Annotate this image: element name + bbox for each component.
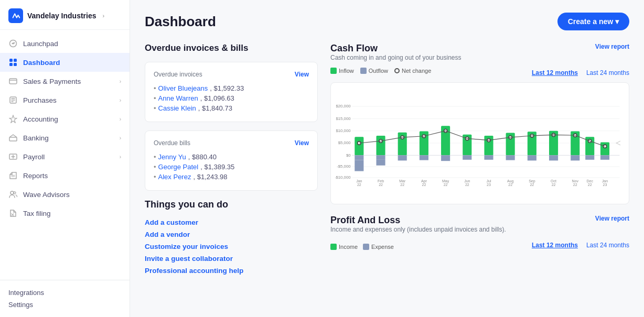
svg-rect-47 bbox=[484, 155, 493, 160]
dashboard-icon bbox=[8, 58, 18, 67]
svg-text:23: 23 bbox=[603, 183, 607, 187]
legend-inflow: Inflow bbox=[330, 68, 354, 74]
invoice-amount-2: , $1,096.63 bbox=[200, 94, 234, 102]
payroll-icon bbox=[8, 152, 18, 161]
sidebar-item-launchpad[interactable]: Launchpad bbox=[0, 34, 130, 53]
sidebar-item-banking[interactable]: Banking › bbox=[0, 128, 130, 147]
cash-flow-svg: $20,000 $15,000 $10,000 $5,000 $0 -$5,00… bbox=[335, 88, 620, 198]
profit-loss-view-report[interactable]: View report bbox=[595, 215, 629, 222]
profit-loss-meta: Profit And Loss Income and expenses only… bbox=[330, 215, 595, 237]
svg-rect-50 bbox=[506, 155, 515, 160]
profit-loss-header: Profit And Loss Income and expenses only… bbox=[330, 215, 629, 237]
cash-flow-title-group: Cash Flow Cash coming in and going out o… bbox=[330, 43, 461, 65]
profit-loss-section: Profit And Loss Income and expenses only… bbox=[330, 215, 629, 250]
svg-text:22: 22 bbox=[400, 183, 404, 187]
invoice-name-2[interactable]: Anne Warren bbox=[158, 94, 198, 102]
banking-icon bbox=[8, 133, 18, 143]
svg-text:-$5,000: -$5,000 bbox=[337, 164, 351, 169]
sidebar-item-reports[interactable]: Reports bbox=[0, 166, 130, 185]
sidebar-item-accounting[interactable]: Accounting › bbox=[0, 110, 130, 128]
invoice-name-1[interactable]: Oliver Bluejeans bbox=[158, 84, 208, 92]
cash-flow-controls: Inflow Outflow Net change Last 12 months bbox=[330, 68, 629, 78]
accounting-label: Accounting bbox=[23, 115, 58, 123]
page-title: Dashboard bbox=[145, 14, 216, 30]
svg-rect-8 bbox=[9, 137, 17, 141]
bill-item-1: • Jenny Yu , $880.40 bbox=[154, 152, 309, 162]
svg-text:22: 22 bbox=[379, 183, 383, 187]
left-column: Overdue invoices & bills Overdue invoice… bbox=[145, 43, 318, 277]
income-dot bbox=[330, 244, 337, 250]
sales-chevron-icon: › bbox=[120, 79, 121, 84]
company-logo[interactable]: Vandelay Industries › bbox=[0, 0, 130, 30]
svg-rect-56 bbox=[549, 155, 558, 160]
cash-flow-period-buttons: Last 12 months Last 24 months bbox=[532, 69, 629, 76]
invoice-amount-3: , $1,840.73 bbox=[198, 104, 232, 112]
sidebar-item-dashboard[interactable]: Dashboard bbox=[0, 53, 130, 72]
sidebar-item-payroll[interactable]: Payroll › bbox=[0, 147, 130, 166]
svg-rect-26 bbox=[355, 137, 363, 155]
company-name: Vandelay Industries bbox=[27, 12, 96, 20]
invoice-name-3[interactable]: Cassie Klein bbox=[158, 104, 196, 112]
cash-flow-12-months-btn[interactable]: Last 12 months bbox=[532, 69, 578, 76]
integrations-link[interactable]: Integrations bbox=[8, 287, 121, 299]
page-header: Dashboard Create a new ▾ bbox=[145, 13, 629, 30]
svg-text:23: 23 bbox=[487, 183, 491, 187]
action-customize-invoices[interactable]: Customize your invoices bbox=[145, 241, 318, 253]
profit-loss-title: Profit And Loss bbox=[330, 215, 595, 226]
sidebar-item-tax-filing[interactable]: Tax filing bbox=[0, 204, 130, 223]
svg-text:22: 22 bbox=[573, 183, 577, 187]
svg-rect-64 bbox=[600, 142, 609, 155]
action-accounting-help[interactable]: Professional accounting help bbox=[145, 265, 318, 277]
svg-rect-35 bbox=[398, 155, 407, 160]
bill-amount-2: , $1,389.35 bbox=[200, 163, 234, 171]
svg-rect-5 bbox=[14, 63, 17, 66]
bill-name-1[interactable]: Jenny Yu bbox=[158, 153, 186, 161]
expense-label: Expense bbox=[371, 244, 394, 250]
bill-name-3[interactable]: Alex Perez bbox=[158, 173, 191, 181]
outflow-label: Outflow bbox=[369, 68, 388, 74]
invoices-view-link[interactable]: View bbox=[295, 71, 309, 78]
payroll-label: Payroll bbox=[23, 153, 45, 161]
bills-view-link[interactable]: View bbox=[295, 139, 309, 147]
cash-flow-legend: Inflow Outflow Net change bbox=[330, 68, 431, 74]
svg-text:$5,000: $5,000 bbox=[338, 140, 351, 145]
svg-point-10 bbox=[10, 191, 14, 194]
pl-12-months-btn[interactable]: Last 12 months bbox=[532, 242, 578, 249]
payroll-chevron-icon: › bbox=[120, 154, 121, 160]
net-change-dot bbox=[394, 68, 400, 73]
sidebar-item-sales[interactable]: Sales & Payments › bbox=[0, 72, 130, 91]
svg-text:22: 22 bbox=[465, 183, 469, 187]
svg-text:22: 22 bbox=[588, 183, 592, 187]
cash-flow-view-report[interactable]: View report bbox=[595, 43, 629, 50]
svg-text:$20,000: $20,000 bbox=[336, 104, 351, 108]
settings-link[interactable]: Settings bbox=[8, 299, 121, 311]
sidebar-item-wave-advisors[interactable]: Wave Advisors bbox=[0, 185, 130, 204]
create-new-button[interactable]: Create a new ▾ bbox=[557, 13, 629, 30]
action-invite-collaborator[interactable]: Invite a guest collaborator bbox=[145, 253, 318, 265]
cash-flow-24-months-btn[interactable]: Last 24 months bbox=[586, 69, 629, 76]
overdue-section-title: Overdue invoices & bills bbox=[145, 43, 318, 53]
purchases-icon bbox=[8, 95, 18, 105]
overdue-invoices-card: Overdue invoices View • Oliver Bluejeans… bbox=[145, 62, 318, 122]
action-add-customer[interactable]: Add a customer bbox=[145, 216, 318, 228]
bill-amount-1: , $880.40 bbox=[188, 153, 217, 161]
svg-rect-31 bbox=[376, 155, 385, 160]
bill-name-2[interactable]: George Patel bbox=[158, 163, 199, 171]
sales-label: Sales & Payments bbox=[23, 78, 81, 85]
inflow-label: Inflow bbox=[339, 68, 354, 74]
accounting-icon bbox=[8, 114, 18, 124]
svg-rect-2 bbox=[9, 59, 13, 62]
pl-24-months-btn[interactable]: Last 24 months bbox=[586, 242, 629, 249]
things-to-do-section: Things you can do Add a customer Add a v… bbox=[145, 199, 318, 277]
net-change-label: Net change bbox=[402, 68, 431, 74]
action-add-vendor[interactable]: Add a vendor bbox=[145, 228, 318, 241]
tax-filing-icon bbox=[8, 209, 18, 218]
banking-chevron-icon: › bbox=[120, 135, 121, 141]
bill-amount-3: , $1,243.98 bbox=[193, 173, 227, 181]
svg-text:22: 22 bbox=[552, 183, 556, 187]
invoices-section-label: Overdue invoices bbox=[154, 71, 202, 78]
svg-text:$10,000: $10,000 bbox=[336, 128, 351, 133]
sidebar-item-purchases[interactable]: Purchases › bbox=[0, 91, 130, 110]
svg-rect-30 bbox=[376, 136, 385, 155]
reports-label: Reports bbox=[23, 172, 48, 180]
